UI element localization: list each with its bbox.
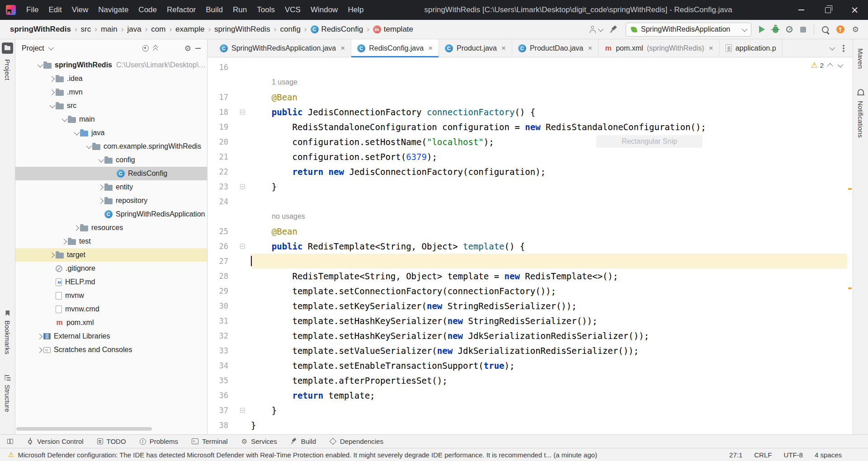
menu-file[interactable]: File	[21, 0, 43, 20]
code-line-36[interactable]: 36 return template;	[208, 388, 853, 403]
status-indicator-crlf[interactable]: CRLF	[754, 451, 772, 459]
usage-hint[interactable]: 1 usage	[251, 75, 853, 89]
previous-problem-icon[interactable]	[827, 63, 833, 69]
code-line-22[interactable]: 22 return new JedisConnectionFactory(con…	[208, 164, 853, 179]
tree-item-scratches-and-consoles[interactable]: Scratches and Consoles	[15, 343, 207, 357]
settings-button[interactable]: ⚙	[852, 25, 859, 34]
warning-stripe-mark[interactable]	[848, 287, 852, 289]
status-message[interactable]: Microsoft Defender configuration: The ID…	[18, 451, 718, 459]
code-line-35[interactable]: 35 template.afterPropertiesSet();	[208, 373, 853, 388]
code-line-24[interactable]: 24	[208, 194, 853, 209]
code-line-21[interactable]: 21 configuration.setPort(6379);	[208, 149, 853, 164]
chevron-right-icon[interactable]	[72, 226, 80, 230]
tab-springwithredisapplication-java[interactable]: CSpringWithRedisApplication.java×	[214, 39, 351, 57]
tree-item-config[interactable]: config	[15, 153, 207, 167]
fold-marker-icon[interactable]	[240, 109, 245, 114]
tool-strip-bookmarks[interactable]: Bookmarks	[4, 320, 11, 354]
toolwindow-button-services[interactable]: ⚙Services	[241, 437, 277, 446]
warning-stripe-mark[interactable]	[848, 188, 852, 190]
code-line-38[interactable]: 38}	[208, 418, 853, 433]
menu-vcs[interactable]: VCS	[280, 0, 306, 20]
code-line-32[interactable]: 32 template.setHashKeySerializer(new Jdk…	[208, 328, 853, 343]
menu-edit[interactable]: Edit	[43, 0, 66, 20]
tree-item-java[interactable]: java	[15, 126, 207, 140]
tree-item-com-example-springwithredis[interactable]: com.example.springWithRedis	[15, 140, 207, 153]
tab-productdao-java[interactable]: CProductDao.java×	[512, 39, 599, 57]
chevron-down-icon[interactable]	[72, 131, 80, 135]
tab-redisconfig-java[interactable]: CRedisConfig.java×	[351, 39, 439, 57]
code-line-28[interactable]: 28 RedisTemplate<String, Object> templat…	[208, 268, 853, 283]
status-indicator-utf-8[interactable]: UTF-8	[783, 451, 803, 459]
tree-item-mvnw-cmd[interactable]: mvnw.cmd	[15, 302, 207, 316]
tab-product-java[interactable]: CProduct.java×	[439, 39, 512, 57]
code-line-16[interactable]: 16	[208, 60, 853, 75]
toolwindow-button-dependencies[interactable]: Dependencies	[330, 437, 383, 446]
toolwindow-button-problems[interactable]: !Problems	[140, 437, 178, 446]
run-button[interactable]	[759, 26, 765, 33]
tree-item-external-libraries[interactable]: External Libraries	[15, 329, 207, 343]
project-toolwindow-button[interactable]	[2, 42, 13, 54]
error-stripe[interactable]	[847, 57, 853, 434]
menu-refactor[interactable]: Refactor	[162, 0, 201, 20]
fold-marker-icon[interactable]	[240, 184, 245, 189]
code-line-37[interactable]: 37 }	[208, 403, 853, 418]
menu-run[interactable]: Run	[228, 0, 252, 20]
close-tab-icon[interactable]: ×	[588, 44, 592, 52]
tree-item-redisconfig[interactable]: CRedisConfig	[15, 167, 207, 180]
code-line-34[interactable]: 34 template.setEnableTransactionSupport(…	[208, 358, 853, 373]
breadcrumb-item-example[interactable]: example	[175, 25, 204, 34]
status-indicator-27-1[interactable]: 27:1	[729, 451, 742, 459]
toolwindow-button-version-control[interactable]: Version Control	[27, 437, 84, 446]
update-button[interactable]: ↑	[836, 25, 844, 33]
breadcrumb-item-redisconfig[interactable]: CRedisConfig	[311, 25, 363, 34]
chevron-right-icon[interactable]	[96, 185, 104, 189]
tree-item-mvnw[interactable]: mvnw	[15, 289, 207, 302]
tree-item-test[interactable]: test	[15, 235, 207, 248]
tool-strip-notifications[interactable]: Notifications	[857, 101, 864, 138]
tool-strip-structure[interactable]: Structure	[4, 385, 11, 412]
user-button[interactable]	[589, 26, 602, 33]
toolwindow-switcher-icon[interactable]	[7, 439, 13, 444]
code-line-25[interactable]: 25 @Bean	[208, 224, 853, 239]
fold-marker-icon[interactable]	[240, 408, 245, 413]
tree-item-pom-xml[interactable]: mpom.xml	[15, 316, 207, 329]
tree-item--gitignore[interactable]: .gitignore	[15, 262, 207, 275]
chevron-right-icon[interactable]	[35, 348, 43, 352]
menu-build[interactable]: Build	[201, 0, 228, 20]
toolwindow-button-build[interactable]: Build	[291, 437, 316, 446]
fold-marker-icon[interactable]	[240, 244, 245, 249]
chevron-right-icon[interactable]	[47, 253, 56, 257]
chevron-down-icon[interactable]	[47, 104, 56, 108]
collapse-all-icon[interactable]	[153, 45, 158, 52]
close-tab-icon[interactable]: ×	[340, 44, 345, 52]
chevron-down-icon[interactable]	[48, 45, 54, 51]
select-opened-file-icon[interactable]	[142, 45, 149, 52]
tool-strip-project[interactable]: Project	[4, 59, 11, 80]
project-panel-title[interactable]: Project	[22, 44, 44, 52]
tree-item-repository[interactable]: repository	[15, 194, 207, 207]
more-options-icon[interactable]	[843, 47, 844, 49]
breadcrumb-item-main[interactable]: main	[101, 25, 118, 34]
stop-button[interactable]	[800, 27, 806, 33]
menu-help[interactable]: Help	[343, 0, 368, 20]
debug-button[interactable]	[773, 26, 778, 33]
chevron-right-icon[interactable]	[96, 199, 104, 203]
menu-view[interactable]: View	[67, 0, 94, 20]
tree-item-resources[interactable]: resources	[15, 221, 207, 235]
breadcrumb-item-com[interactable]: com	[151, 25, 165, 34]
chevron-right-icon[interactable]	[35, 334, 43, 339]
code-line-27[interactable]: 27	[208, 254, 853, 268]
code-line-26[interactable]: 26 public RedisTemplate<String, Object> …	[208, 239, 853, 254]
chevron-right-icon[interactable]	[60, 240, 68, 244]
breadcrumb-item-springwithredis[interactable]: springWithRedis	[10, 25, 71, 34]
menu-window[interactable]: Window	[306, 0, 343, 20]
close-tab-icon[interactable]: ×	[501, 44, 506, 52]
tree-item-springwithredisapplication[interactable]: CSpringWithRedisApplication	[15, 207, 207, 221]
tree-item-entity[interactable]: entity	[15, 180, 207, 194]
toolwindow-button-todo[interactable]: TODO	[97, 437, 126, 446]
chevron-right-icon[interactable]	[47, 90, 56, 94]
breadcrumb-item-springwithredis[interactable]: springWithRedis	[214, 25, 270, 34]
code-line-33[interactable]: 33 template.setValueSerializer(new JdkSe…	[208, 343, 853, 358]
code-line-29[interactable]: 29 template.setConnectionFactory(connect…	[208, 283, 853, 298]
code-line-19[interactable]: 19 RedisStandaloneConfiguration configur…	[208, 119, 853, 134]
